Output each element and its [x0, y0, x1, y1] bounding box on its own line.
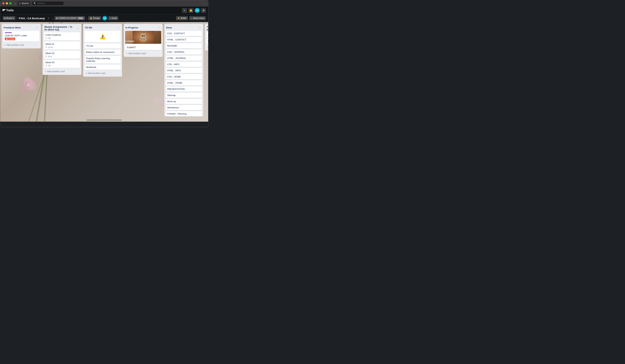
list-header-progress: In Progress ··· — [125, 25, 161, 30]
clock-icon: ⏰ — [6, 38, 8, 40]
board-menu-label: Board — [6, 17, 12, 19]
board-menu-button[interactable]: ⊞ Board ▾ — [3, 16, 15, 20]
workspace-free-badge: Free — [78, 17, 84, 19]
nav-back-icon[interactable]: ‹ — [203, 2, 203, 5]
svg-point-25 — [144, 35, 145, 36]
svg-point-26 — [143, 36, 144, 37]
private-button[interactable]: 🔒 Private — [88, 16, 101, 20]
card-text-code-academy: Code Academy — [45, 33, 79, 36]
list-header-done: Done ··· — [166, 25, 202, 30]
card-portfolio-planning[interactable]: Portfolio : Planning — [166, 111, 202, 116]
board-menu-chevron: ▾ — [13, 17, 14, 19]
settings-button[interactable]: ⚙ — [201, 8, 206, 13]
card-mockup[interactable]: Mock up — [166, 99, 202, 104]
card-todo-label[interactable]: TO DO — [85, 43, 121, 49]
list-title-progress: In Progress — [125, 26, 157, 29]
add-card-todo[interactable]: + Add another card — [85, 71, 121, 75]
card-css-work[interactable]: CSS - WORK — [206, 32, 208, 37]
card-coding-image: CODING — [125, 31, 161, 44]
list-header-t1a2: T1A2 - Portolio: ON HOLD (Ongoing) ··· — [206, 25, 208, 31]
card-wireframes[interactable]: Wireframes — [166, 105, 202, 110]
list-title-t1a2: T1A2 - Portolio: ON HOLD (Ongoing) — [207, 26, 208, 31]
card-week-03[interactable]: Week 03 ☑ 4/5 — [44, 60, 80, 68]
card-text-refine: Refine slides for submission — [86, 51, 119, 54]
notification-button[interactable]: 🔔 — [188, 8, 193, 13]
warning-icon: ⚠️ — [99, 34, 106, 39]
list-menu-progress[interactable]: ··· — [157, 26, 161, 30]
card-coding[interactable]: CODING SUBMIT! — [125, 31, 161, 50]
list-menu-freelance[interactable]: ··· — [35, 26, 39, 30]
add-card-progress[interactable]: + Add another card — [125, 51, 161, 56]
card-readme[interactable]: README — [166, 43, 202, 48]
board-title: FX01 - CA Bootcamp — [19, 17, 45, 20]
board-menu-icon: ⊞ — [4, 17, 6, 19]
card-css-info[interactable]: CSS - INFO — [166, 62, 202, 67]
tab-label: Boards — [22, 2, 29, 5]
member-avatar: AS — [102, 16, 107, 21]
nav-forward-icon[interactable]: › — [205, 2, 206, 5]
private-label: Private — [93, 17, 99, 19]
card-html-home[interactable]: HTML - HOME — [166, 80, 202, 86]
checklist-icon-4: ☑ — [45, 64, 47, 67]
list-menu-weekly[interactable]: ··· — [76, 26, 80, 30]
card-css-journal[interactable]: CSS - JOURNAL — [166, 49, 202, 55]
card-html-contact[interactable]: HTML - CONTACT — [166, 37, 202, 42]
star-button[interactable]: ☆ — [46, 16, 51, 20]
add-card-t1a2[interactable]: + Add another card — [206, 45, 208, 49]
add-card-freelance[interactable]: + Add another card — [3, 43, 39, 47]
workspace-name: CODER ACADEMY — [59, 17, 77, 19]
tab-icon: 🗂 — [19, 2, 21, 4]
cat-image — [133, 31, 154, 44]
card-html-info[interactable]: HTML - INFO — [166, 68, 202, 73]
add-icon: + — [184, 9, 185, 12]
card-html-journal[interactable]: HTML - JOURNAL — [166, 56, 202, 61]
card-presentation[interactable]: PRESENTATION — [166, 87, 202, 91]
star-icon: ☆ — [48, 17, 50, 19]
list-menu-todo[interactable]: ··· — [117, 26, 120, 30]
card-meta-code-academy: ☑ 2/5 — [45, 37, 79, 39]
workspace-icon: ⊠ — [56, 17, 58, 19]
address-bar[interactable]: 🔍 Jump to... — [32, 1, 63, 5]
maximize-button[interactable] — [9, 2, 11, 4]
header-separator-2: | — [52, 17, 53, 20]
add-button[interactable]: + — [182, 8, 187, 13]
add-icon-weekly: + — [45, 70, 46, 73]
add-icon-todo: + — [86, 72, 87, 74]
card-workbook[interactable]: Workbook — [85, 65, 121, 70]
add-card-weekly[interactable]: + Add another card — [44, 69, 80, 73]
user-avatar[interactable]: AS — [195, 8, 200, 13]
card-refine-slides[interactable]: Refine slides for submission — [85, 50, 121, 55]
minimize-button[interactable] — [6, 2, 8, 4]
checklist-icon-2: ☑ — [45, 46, 47, 48]
card-code-academy[interactable]: Code Academy ☑ 2/5 — [44, 32, 80, 40]
card-eofy-letter[interactable]: 2106 RC EOFY Letter ⏰ 21 Apr — [3, 31, 39, 41]
card-css-home[interactable]: CSS - HOME — [166, 74, 202, 79]
invite-button[interactable]: + Invite — [108, 16, 118, 20]
workspace-badge: ⊠ CODER ACADEMY Free — [55, 16, 85, 20]
card-text-eofy: 2106 RC EOFY Letter — [5, 34, 38, 37]
card-week-02[interactable]: Week 02 ☑ 9/14 — [44, 51, 80, 59]
add-icon-progress: + — [126, 52, 128, 55]
card-week-01[interactable]: Week 01 ☑ 15/19 — [44, 41, 80, 50]
list-menu-done[interactable]: ··· — [198, 26, 201, 30]
butler-button[interactable]: ⚡ Butler — [176, 16, 188, 20]
card-html-work[interactable]: HTML - WORK — [206, 38, 208, 44]
show-menu-label: Show menu — [193, 17, 204, 19]
add-icon-freelance: + — [4, 44, 6, 46]
board-body: Freelance Work ··· 2106 RC EOFY Letter ⏰… — [0, 22, 208, 122]
home-icon: ⌂ — [14, 2, 16, 5]
checklist-icon-3: ☑ — [45, 55, 47, 58]
browser-tab[interactable]: 🗂 Boards — [17, 1, 30, 6]
add-icon-t1a2: + — [207, 46, 208, 48]
card-css-contact[interactable]: CSS - CONTACT — [166, 31, 202, 36]
card-meta-week-03: ☑ 4/5 — [45, 64, 79, 67]
card-ruby-materials[interactable]: Prepare Ruby Learning materials — [85, 56, 121, 63]
address-text: Jump to... — [37, 2, 47, 5]
close-button[interactable] — [2, 2, 4, 4]
card-todo-warning[interactable]: ⚠️ — [85, 31, 121, 42]
show-menu-button[interactable]: ··· Show menu — [189, 16, 206, 20]
address-search-icon: 🔍 — [33, 2, 36, 5]
scrollbar-thumb[interactable] — [87, 120, 122, 121]
card-sitemap[interactable]: Sitemap — [166, 93, 202, 98]
list-done: Done ··· CSS - CONTACT HTML - CONTACT RE… — [164, 24, 203, 116]
